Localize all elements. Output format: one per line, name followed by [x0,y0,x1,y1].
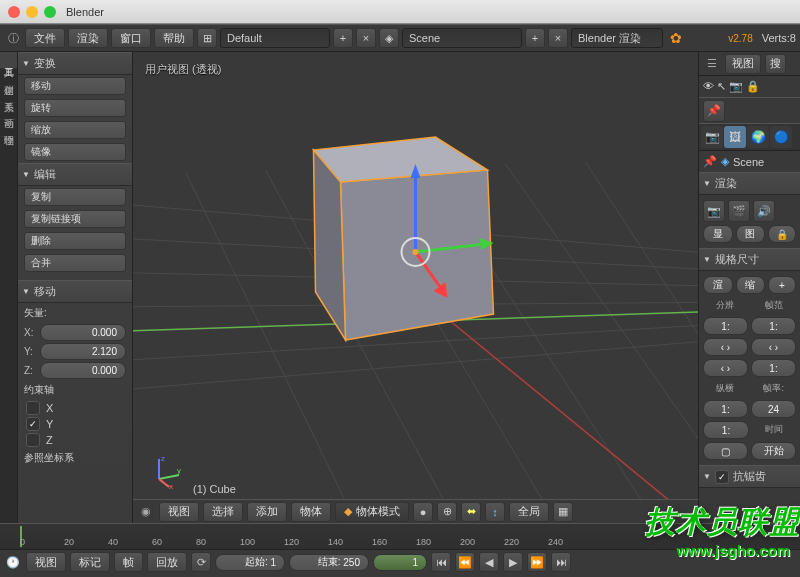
preset-scale-button[interactable]: 缩 [736,276,766,294]
tm-menu-view[interactable]: 视图 [26,552,66,572]
vp-menu-add[interactable]: 添加 [247,502,287,522]
render-audio-button[interactable]: 🔊 [753,200,775,222]
render-image-button[interactable]: 📷 [703,200,725,222]
rotate-button[interactable]: 旋转 [24,99,126,117]
y-field[interactable]: 2.120 [40,343,126,360]
camera-icon[interactable]: 📷 [729,80,743,93]
move-button[interactable]: 移动 [24,77,126,95]
remove-scene-button[interactable]: × [548,28,568,48]
3d-viewport[interactable]: 用户视图 (透视) zyx (1) Cube ◉ 视图 选择 添加 物体 ◆物体… [133,52,698,523]
x-field[interactable]: 0.000 [40,324,126,341]
z-field[interactable]: 0.000 [40,362,126,379]
outliner-icon[interactable]: ☰ [703,55,721,73]
section-antialias[interactable]: ▼抗锯齿 [699,465,800,488]
pin-scene-icon[interactable]: 📌 [703,155,717,168]
mode-selector[interactable]: ◆物体模式 [335,502,409,522]
tab-render-layers-icon[interactable]: 🖼 [724,126,746,148]
preset-add-button[interactable]: + [768,276,796,294]
tab-scene-icon[interactable]: 🌍 [747,126,769,148]
viewport-shading-icon[interactable]: ● [413,502,433,522]
aspect-x-field[interactable]: 1: [703,400,748,418]
tm-menu-marker[interactable]: 标记 [70,552,110,572]
aspect-y-field[interactable]: 1: [703,421,749,439]
render-anim-button[interactable]: 🎬 [728,200,750,222]
minimize-window-button[interactable] [26,6,38,18]
section-operator-move[interactable]: ▼移动 [18,280,132,303]
fps-field[interactable]: 24 [751,400,796,418]
mirror-button[interactable]: 镜像 [24,143,126,161]
start-frame-field[interactable]: 开始 [751,442,796,460]
constraint-y-checkbox[interactable] [26,417,40,431]
rp-search[interactable]: 搜 [765,54,786,74]
duplicate-linked-button[interactable]: 复制链接项 [24,210,126,228]
tab-physics[interactable]: 物理 [0,120,17,137]
scale-button[interactable]: 缩放 [24,121,126,139]
frame-start-field[interactable]: 1: [751,317,796,335]
timeline-editor-icon[interactable]: 🕐 [4,553,22,571]
display-mode-button[interactable]: 显 [703,225,733,243]
section-dimensions[interactable]: ▼规格尺寸 [699,248,800,271]
section-render[interactable]: ▼渲染 [699,172,800,195]
end-frame-field[interactable]: 结束: 250 [289,554,369,571]
tab-relations[interactable]: 关系 [0,86,17,103]
manipulator-translate-icon[interactable]: ↕ [485,502,505,522]
aa-checkbox[interactable] [715,470,729,484]
rp-view-menu[interactable]: 视图 [725,54,761,74]
tm-menu-playback[interactable]: 回放 [147,552,187,572]
res-pct-field[interactable]: ‹ › [703,359,748,377]
display-image-button[interactable]: 图 [736,225,766,243]
constraint-z-checkbox[interactable] [26,433,40,447]
constraint-x-checkbox[interactable] [26,401,40,415]
tab-create[interactable]: 创建 [0,69,17,86]
frame-end-field[interactable]: ‹ › [751,338,796,356]
menu-render[interactable]: 渲染 [68,28,108,48]
pin-icon[interactable]: 📌 [703,100,725,122]
manipulator-icon[interactable]: ⬌ [461,502,481,522]
tab-render-icon[interactable]: 📷 [701,126,723,148]
layout-browse-icon[interactable]: ⊞ [197,28,217,48]
jump-start-icon[interactable]: ⏮ [431,552,451,572]
res-y-field[interactable]: ‹ › [703,338,748,356]
keyframe-prev-icon[interactable]: ⏪ [455,552,475,572]
scene-field[interactable]: Scene [402,28,522,48]
keyframe-next-icon[interactable]: ⏩ [527,552,547,572]
info-editor-icon[interactable]: ⓘ [4,29,22,47]
editor-type-icon[interactable]: ◉ [137,503,155,521]
frame-step-field[interactable]: 1: [751,359,796,377]
add-scene-button[interactable]: + [525,28,545,48]
play-reverse-icon[interactable]: ◀ [479,552,499,572]
current-frame-field[interactable]: 1 [373,554,427,571]
orientation-selector[interactable]: 全局 [509,502,549,522]
zoom-window-button[interactable] [44,6,56,18]
layers-icon[interactable]: ▦ [553,502,573,522]
vp-menu-view[interactable]: 视图 [159,502,199,522]
vp-menu-object[interactable]: 物体 [291,502,331,522]
tab-world-icon[interactable]: 🔵 [770,126,792,148]
tab-animation[interactable]: 动画 [0,103,17,120]
render-engine-field[interactable]: Blender 渲染 [571,28,663,48]
lock-button[interactable]: 🔒 [768,225,796,243]
cursor-icon[interactable]: ↖ [717,80,726,93]
menu-window[interactable]: 窗口 [111,28,151,48]
pivot-icon[interactable]: ⊕ [437,502,457,522]
join-button[interactable]: 合并 [24,254,126,272]
vp-menu-select[interactable]: 选择 [203,502,243,522]
play-icon[interactable]: ▶ [503,552,523,572]
section-transform[interactable]: ▼变换 [18,52,132,75]
add-layout-button[interactable]: + [333,28,353,48]
remove-layout-button[interactable]: × [356,28,376,48]
duplicate-button[interactable]: 复制 [24,188,126,206]
section-edit[interactable]: ▼编辑 [18,163,132,186]
res-x-field[interactable]: 1: [703,317,748,335]
screen-layout-field[interactable]: Default [220,28,330,48]
menu-help[interactable]: 帮助 [154,28,194,48]
close-window-button[interactable] [8,6,20,18]
preset-render-button[interactable]: 渲 [703,276,733,294]
restrict-icon[interactable]: 🔒 [746,80,760,93]
tm-menu-frame[interactable]: 帧 [114,552,143,572]
tm-sync-icon[interactable]: ⟳ [191,552,211,572]
menu-file[interactable]: 文件 [25,28,65,48]
start-frame-field[interactable]: 起始: 1 [215,554,285,571]
tab-tools[interactable]: 工具 [0,52,17,69]
delete-button[interactable]: 删除 [24,232,126,250]
